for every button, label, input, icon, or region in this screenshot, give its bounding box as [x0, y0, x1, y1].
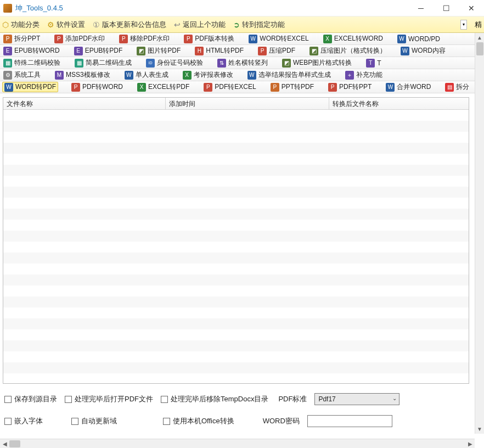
maximize-button[interactable]: ☐ — [434, 0, 459, 16]
table-row[interactable] — [3, 362, 469, 373]
toolbar-button[interactable]: P拆分PPT — [2, 34, 41, 43]
toolbar-button[interactable]: P添加PDF水印 — [53, 34, 106, 43]
toolbar-button-label: 考评报表修改 — [194, 70, 233, 80]
scroll-down-icon[interactable]: ▼ — [475, 424, 484, 434]
table-row[interactable] — [3, 296, 469, 307]
toolbar-button[interactable]: W合并WORD — [385, 82, 432, 92]
chk-auto-update-field[interactable]: 自动更新域 — [71, 416, 117, 426]
table-row[interactable] — [3, 285, 469, 296]
toolbar-button[interactable]: MMSS3模板修改 — [54, 70, 111, 80]
table-body[interactable] — [3, 110, 469, 383]
table-row[interactable] — [3, 275, 469, 285]
menu-goto[interactable]: ➲ 转到指定功能 — [233, 20, 285, 30]
scroll-right-icon[interactable]: ▶ — [465, 439, 475, 448]
table-row[interactable] — [3, 242, 469, 253]
menu-right-label[interactable]: 精 — [475, 20, 482, 30]
toolbar-button[interactable]: XEXCEL转WORD — [322, 34, 384, 43]
right-arrow-circle-icon: ➲ — [233, 20, 240, 29]
toolbar-button[interactable]: ▤拆分 — [444, 82, 470, 92]
toolbar-button-label: 姓名横转竖列 — [228, 58, 268, 68]
chk-label: 自动更新域 — [81, 416, 117, 426]
table-row[interactable] — [3, 143, 469, 154]
toolbar-button[interactable]: W单人表生成 — [123, 70, 170, 80]
table-row[interactable] — [3, 329, 469, 340]
table-row[interactable] — [3, 264, 469, 275]
toolbar-button-label: 压缩图片（格式转换） — [320, 46, 386, 55]
toolbar-button[interactable]: PPDF转WORD — [70, 82, 124, 92]
toolbar-button[interactable]: P移除PDF水印 — [118, 34, 171, 43]
toolbar-button-label: PDF转PPT — [339, 82, 372, 92]
toolbar-button[interactable]: ID身份证号码校验 — [145, 58, 204, 68]
toolbar-button[interactable]: W选举结果报告单样式生成 — [246, 70, 332, 80]
table-row[interactable] — [3, 220, 469, 231]
table-row[interactable] — [3, 110, 469, 121]
toolbar-button[interactable]: ◩图片转PDF — [136, 46, 182, 55]
menu-back[interactable]: ↩ 返回上个功能 — [174, 20, 226, 30]
toolbar-button[interactable]: ◩WEBP图片格式转换 — [281, 58, 353, 68]
word-password-input[interactable] — [307, 415, 392, 427]
toolbar-button[interactable]: WWORD转PDF — [2, 82, 58, 92]
table-row[interactable] — [3, 165, 469, 176]
toolbar-button[interactable]: PPDF转PPT — [327, 82, 373, 92]
table-row[interactable] — [3, 132, 469, 143]
scroll-left-icon[interactable]: ◀ — [0, 439, 9, 448]
toolbar-button-label: 拆分PPT — [14, 34, 40, 43]
col-filename[interactable]: 文件名称 — [3, 98, 166, 109]
table-cell — [166, 264, 329, 275]
toolbar-button[interactable]: ▦简易二维码生成 — [74, 58, 133, 68]
table-row[interactable] — [3, 253, 469, 264]
toolbar-button[interactable]: WWORD/PD — [396, 35, 441, 43]
close-button[interactable]: ✕ — [459, 0, 484, 16]
scroll-up-icon[interactable]: ▲ — [475, 33, 484, 42]
toolbar-button[interactable]: P压缩PDF — [257, 46, 296, 55]
scroll-thumb[interactable] — [9, 440, 20, 447]
menu-settings[interactable]: ⚙ 软件设置 — [47, 20, 85, 30]
toolbar-button[interactable]: X考评报表修改 — [182, 70, 234, 80]
table-row[interactable] — [3, 231, 469, 242]
table-row[interactable] — [3, 187, 469, 198]
scroll-thumb[interactable] — [476, 42, 483, 55]
toolbar-button[interactable]: PPDF版本转换 — [183, 34, 235, 43]
table-row[interactable] — [3, 176, 469, 187]
table-row[interactable] — [3, 373, 469, 383]
toolbar-button[interactable]: WWORD内容 — [399, 46, 447, 55]
toolbar-button[interactable]: PPPT转PDF — [269, 82, 315, 92]
chk-open-after[interactable]: 处理完毕后打开PDF文件 — [65, 394, 153, 404]
toolbar-button[interactable]: PPDF转EXCEL — [202, 82, 257, 92]
table-row[interactable] — [3, 209, 469, 220]
horizontal-scrollbar[interactable]: ◀ ▶ — [0, 439, 475, 448]
table-row[interactable] — [3, 198, 469, 209]
toolbar-button[interactable]: WWORD转EXCEL — [247, 34, 309, 43]
table-cell — [329, 373, 469, 383]
menu-category[interactable]: ⬡ 功能分类 — [2, 20, 40, 30]
chk-embed-font[interactable]: 嵌入字体 — [4, 416, 43, 426]
small-dropdown[interactable]: ▾ — [460, 20, 467, 30]
toolbar-button[interactable]: ＋补充功能 — [344, 70, 384, 80]
toolbar-button[interactable]: EEPUB转PDF — [73, 46, 124, 55]
table-row[interactable] — [3, 318, 469, 329]
table-row[interactable] — [3, 307, 469, 318]
chk-save-to-src[interactable]: 保存到源目录 — [4, 394, 57, 404]
menu-update[interactable]: ① 版本更新和公告信息 — [93, 20, 166, 30]
table-row[interactable] — [3, 121, 469, 132]
table-row[interactable] — [3, 340, 469, 351]
toolbar-button[interactable]: XEXCEL转PDF — [136, 82, 190, 92]
toolbar-button[interactable]: TT — [365, 59, 382, 68]
table-row[interactable] — [3, 351, 469, 362]
minimize-button[interactable]: ─ — [408, 0, 434, 16]
col-outputname[interactable]: 转换后文件名称 — [329, 98, 469, 109]
toolbar-button[interactable]: HHTML转PDF — [194, 46, 245, 55]
vertical-scrollbar[interactable]: ▲ ▼ — [475, 33, 484, 434]
toolbar-button[interactable]: EEPUB转WORD — [2, 46, 61, 55]
gear-icon: ⚙ — [47, 20, 54, 29]
chk-use-local-office[interactable]: 使用本机Office转换 — [163, 416, 234, 426]
pdf-standard-combo[interactable]: Pdf17 ⌄ — [314, 393, 399, 405]
toolbar-button[interactable]: ◩压缩图片（格式转换） — [308, 46, 387, 55]
tool-icon: ◩ — [309, 47, 318, 55]
toolbar-button[interactable]: ⇅姓名横转竖列 — [216, 58, 269, 68]
table-row[interactable] — [3, 154, 469, 165]
toolbar-button[interactable]: ▦特殊二维码校验 — [2, 58, 61, 68]
toolbar-button[interactable]: ⚙系统工具 — [2, 70, 42, 80]
col-addtime[interactable]: 添加时间 — [166, 98, 329, 109]
chk-remove-temp[interactable]: 处理完毕后移除TempDocx目录 — [161, 394, 268, 404]
